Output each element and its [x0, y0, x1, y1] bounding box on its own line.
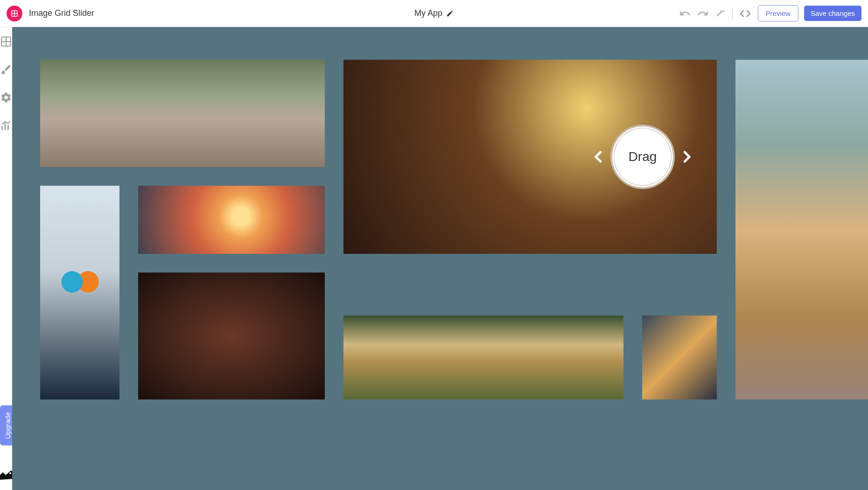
grid-icon[interactable] — [0, 35, 12, 48]
app-logo-icon[interactable] — [7, 6, 22, 21]
grid-tile-group-photo[interactable] — [40, 60, 325, 167]
header-bar: Image Grid Slider My App Preview Save ch… — [0, 0, 868, 27]
grid-tile-golden-retriever[interactable] — [735, 60, 868, 399]
hammer-icon[interactable] — [714, 7, 727, 20]
drag-control[interactable]: Drag — [592, 125, 693, 189]
brush-icon[interactable] — [0, 63, 12, 76]
header-center: My App — [414, 8, 454, 18]
drag-label: Drag — [629, 149, 657, 164]
code-icon[interactable] — [738, 8, 752, 19]
header-right: Preview Save changes — [679, 5, 861, 21]
grid-tile-airplane-clouds[interactable] — [642, 315, 717, 399]
grid-tile-wine-clink[interactable] — [138, 273, 325, 399]
drag-handle[interactable]: Drag — [610, 125, 675, 189]
grid-tile-leopard[interactable] — [343, 315, 623, 399]
preview-button[interactable]: Preview — [758, 5, 798, 21]
svg-point-9 — [9, 472, 11, 474]
analytics-icon[interactable] — [0, 119, 12, 132]
design-canvas[interactable]: Drag — [12, 27, 868, 490]
edit-icon[interactable] — [446, 10, 454, 17]
grid-tile-ski-goggles[interactable] — [40, 186, 119, 399]
header-left: Image Grid Slider — [7, 6, 94, 21]
grid-tile-sunset-brush[interactable] — [138, 186, 325, 254]
sidebar: Upgrade — [0, 27, 12, 490]
undo-icon[interactable] — [679, 7, 691, 20]
grid-tile-party-toast[interactable]: Drag — [343, 60, 717, 254]
gear-icon[interactable] — [0, 91, 12, 104]
save-button[interactable]: Save changes — [804, 6, 861, 21]
chevron-left-icon[interactable] — [592, 146, 606, 168]
divider — [732, 7, 733, 20]
image-grid: Drag — [40, 60, 868, 399]
chevron-right-icon[interactable] — [679, 146, 693, 168]
project-title[interactable]: My App — [414, 8, 442, 18]
redo-icon[interactable] — [697, 7, 709, 20]
app-title: Image Grid Slider — [29, 8, 94, 18]
main-area: Upgrade Drag — [0, 27, 868, 490]
